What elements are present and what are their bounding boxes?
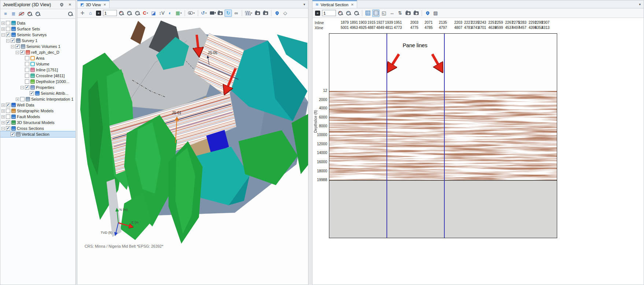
- section-plot[interactable]: Pane lines: [329, 33, 557, 238]
- tree-expander-icon[interactable]: −: [21, 86, 24, 89]
- close-tab-icon[interactable]: ✕: [351, 3, 354, 7]
- tree-item-seismic-attrib[interactable]: −✓Seismic Attrib...: [0, 90, 75, 96]
- zoom-in-icon[interactable]: +: [337, 10, 344, 17]
- tree-item-depthslice-1000[interactable]: −Depthslice [1000...: [0, 79, 75, 85]
- zoom-in-icon[interactable]: +: [118, 10, 125, 17]
- tree-expander-icon[interactable]: +: [1, 27, 5, 31]
- tree-item-inline-1751[interactable]: −Inline [1751]: [0, 67, 75, 73]
- tree-checkbox[interactable]: [6, 21, 10, 25]
- fit-width-icon[interactable]: ↔: [388, 10, 396, 17]
- tree-expander-icon[interactable]: −: [6, 39, 10, 42]
- 3d-viewport[interactable]: N (m) E (m TVD (ft) JS-05 JS-01 CRS: Min…: [77, 18, 308, 285]
- tree-checkbox[interactable]: ✓: [6, 126, 10, 131]
- tree-checkbox[interactable]: [6, 115, 10, 119]
- tree-item-volume[interactable]: −Volume: [0, 61, 75, 67]
- tree-item-seismic-volumes-1[interactable]: −✓Seismic Volumes 1: [0, 44, 75, 49]
- close-tab-icon[interactable]: ✕: [103, 3, 106, 7]
- zoom-out-icon[interactable]: −: [126, 10, 133, 17]
- pane-line[interactable]: [386, 34, 387, 238]
- zoom-window-icon[interactable]: ▫: [134, 10, 141, 17]
- dropdown-caret-icon[interactable]: ▾: [205, 12, 207, 15]
- zoom-out-icon[interactable]: −: [345, 10, 352, 17]
- expand-all-icon[interactable]: ≡: [2, 10, 9, 18]
- vertical-scale-icon[interactable]: ⇅: [396, 10, 404, 17]
- geolocation-icon[interactable]: [273, 10, 281, 17]
- tree-checkbox[interactable]: [25, 74, 29, 78]
- orbit-icon[interactable]: ↺▾: [200, 10, 208, 17]
- show-pane-lines-icon[interactable]: [372, 10, 380, 17]
- camera-positions-icon[interactable]: [216, 10, 224, 17]
- tree-item-well-data[interactable]: +✓Well Data: [0, 102, 75, 108]
- dropdown-caret-icon[interactable]: ▾: [193, 12, 195, 15]
- geolocation-icon[interactable]: [424, 10, 431, 17]
- tree-checkbox[interactable]: [25, 62, 29, 66]
- tree-checkbox[interactable]: [25, 68, 29, 72]
- tree-item-3d-structural-models[interactable]: +✓3D Structural Models: [0, 120, 75, 125]
- tree-expander-icon[interactable]: +: [16, 98, 19, 101]
- tree-checkbox[interactable]: ✓: [30, 91, 34, 95]
- seismic-fence-icon[interactable]: ▾: [244, 10, 253, 17]
- digitize-polygon-icon[interactable]: ◇: [281, 10, 289, 17]
- tree-item-seismic-interpretation-1[interactable]: +Seismic Interpretation 1: [0, 96, 75, 102]
- tree-checkbox[interactable]: [20, 97, 25, 101]
- visibility-icon[interactable]: ▾: [187, 10, 196, 17]
- slice-plane-icon[interactable]: ◪: [150, 10, 157, 17]
- tree-expander-icon[interactable]: +: [1, 115, 5, 119]
- vertical-exaggeration-icon[interactable]: ↕V: [158, 10, 166, 17]
- tree-checkbox[interactable]: ✓: [11, 38, 15, 43]
- tree-expander-icon[interactable]: −: [16, 51, 19, 54]
- tree-checkbox[interactable]: [25, 56, 29, 60]
- frame-settings-icon[interactable]: ≡: [95, 10, 102, 17]
- tree-item-seismic-surveys[interactable]: −✓Seismic Surveys: [0, 32, 75, 38]
- pin-icon[interactable]: [59, 2, 64, 8]
- snapshot-icon[interactable]: [404, 10, 412, 17]
- close-panel-icon[interactable]: ✕: [67, 2, 73, 8]
- tree-checkbox[interactable]: ✓: [15, 44, 20, 49]
- tree-checkbox[interactable]: ✓: [6, 33, 10, 37]
- show-grid-icon[interactable]: [364, 10, 371, 17]
- dropdown-caret-icon[interactable]: ▾: [251, 12, 252, 15]
- tree-checkbox[interactable]: ✓: [11, 132, 15, 136]
- tree-checkbox[interactable]: ✓: [6, 120, 10, 125]
- tree-item-crossline-4811[interactable]: −Crossline [4811]: [0, 73, 75, 79]
- dropdown-caret-icon[interactable]: ▾: [180, 12, 182, 15]
- tree-checkbox[interactable]: ✓: [25, 85, 29, 90]
- copy-view-icon[interactable]: [412, 10, 420, 17]
- tree-item-area[interactable]: −Area: [0, 55, 75, 61]
- tree-item-survey-1[interactable]: −✓Survey 1: [0, 38, 75, 44]
- hide-selection-icon[interactable]: [18, 10, 25, 18]
- tab-overflow-icon[interactable]: ▾: [300, 3, 308, 6]
- tab-3d-view[interactable]: ◩ 3D View ✕: [77, 0, 110, 8]
- tree-expander-icon[interactable]: +: [1, 104, 5, 107]
- binoculars-icon[interactable]: ∞: [233, 10, 240, 17]
- video-camera-icon[interactable]: [208, 10, 216, 17]
- dropdown-caret-icon[interactable]: ▾: [147, 12, 148, 15]
- zoom-out-tree-icon[interactable]: −: [34, 10, 41, 18]
- home-view-icon[interactable]: ⌂: [87, 10, 94, 17]
- tree-item-refl-zph-dec-d[interactable]: −✓refl_zph_dec_D: [0, 49, 75, 55]
- tree-expander-icon[interactable]: +: [1, 121, 5, 124]
- zoom-in-tree-icon[interactable]: +: [26, 10, 33, 18]
- tree-checkbox[interactable]: [6, 27, 10, 31]
- zoom-to-fit-icon[interactable]: ◱: [380, 10, 388, 17]
- tree-expander-icon[interactable]: −: [11, 45, 14, 48]
- tree-item-data[interactable]: +Data: [0, 20, 75, 26]
- tree-expander-icon[interactable]: −: [1, 127, 5, 130]
- spin-view-icon[interactable]: ↻: [225, 10, 232, 17]
- tree-item-stratigraphic-models[interactable]: +Stratigraphic Models: [0, 108, 75, 114]
- snapshot-icon[interactable]: [254, 10, 261, 17]
- pan-icon[interactable]: ✛: [79, 10, 86, 17]
- tree-item-vertical-section[interactable]: −✓Vertical Section: [0, 131, 75, 137]
- search-icon[interactable]: [67, 10, 74, 18]
- tree-checkbox[interactable]: ✓: [20, 50, 25, 55]
- copy-view-icon[interactable]: [262, 10, 269, 17]
- tree-expander-icon[interactable]: +: [1, 22, 5, 25]
- tree-item-fault-models[interactable]: +Fault Models: [0, 114, 75, 120]
- tree-item-cross-sections[interactable]: −✓Cross Sections: [0, 125, 75, 131]
- tree-item-surface-sets[interactable]: +Surface Sets: [0, 26, 75, 32]
- tree-expander-icon[interactable]: +: [1, 109, 5, 113]
- zoom-reset-icon[interactable]: °: [353, 10, 360, 17]
- tree-item-properties[interactable]: −✓Properties: [0, 85, 75, 90]
- rotate-view-icon[interactable]: C▾: [142, 10, 149, 17]
- display-mode-icon[interactable]: ▦▾: [174, 10, 183, 17]
